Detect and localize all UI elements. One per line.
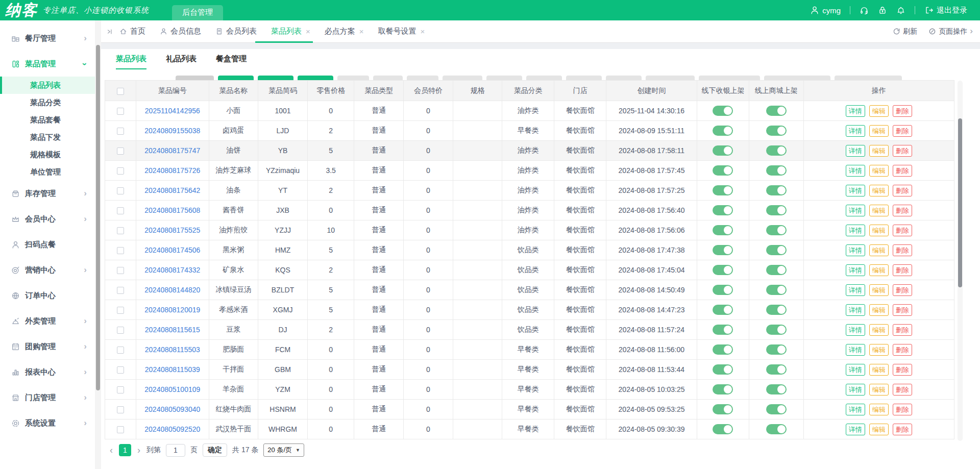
delete-button[interactable]: 删除	[893, 185, 912, 196]
subtab[interactable]: 礼品列表	[166, 54, 197, 69]
row-checkbox[interactable]	[117, 207, 124, 214]
dish-code-link[interactable]: 20240808174332	[144, 266, 200, 274]
scrollbar-thumb[interactable]	[958, 118, 962, 287]
delete-button[interactable]: 删除	[893, 384, 912, 396]
row-checkbox[interactable]	[117, 227, 124, 234]
row-checkbox[interactable]	[117, 307, 124, 314]
row-checkbox[interactable]	[117, 327, 124, 334]
delete-button[interactable]: 删除	[893, 424, 912, 435]
dish-code-link[interactable]: 20240808175747	[144, 146, 200, 155]
row-checkbox[interactable]	[117, 267, 124, 274]
offline-pos-toggle[interactable]	[713, 185, 733, 195]
clipped-toolbar-element[interactable]	[606, 76, 642, 80]
row-checkbox[interactable]	[117, 366, 124, 374]
edit-button[interactable]: 编辑	[869, 424, 889, 435]
sidebar-group[interactable]: 扫码点餐	[0, 232, 95, 257]
offline-pos-toggle[interactable]	[713, 145, 733, 156]
tab-item[interactable]: 会员列表	[215, 27, 257, 36]
clipped-toolbar-element[interactable]	[298, 76, 333, 80]
online-mall-toggle[interactable]	[766, 185, 787, 195]
tab-item[interactable]: 取餐号设置×	[378, 27, 425, 36]
online-mall-toggle[interactable]	[766, 126, 787, 136]
sidebar-group[interactable]: 餐厅管理›	[0, 26, 95, 51]
delete-button[interactable]: 删除	[893, 105, 912, 117]
clipped-toolbar-element[interactable]	[258, 76, 293, 80]
delete-button[interactable]: 删除	[893, 304, 912, 316]
table-scrollbar[interactable]	[958, 81, 963, 441]
clipped-toolbar-element[interactable]	[373, 76, 403, 80]
sidebar-group[interactable]: 菜品管理›	[0, 51, 95, 77]
detail-button[interactable]: 详情	[846, 284, 865, 296]
offline-pos-toggle[interactable]	[713, 364, 733, 375]
online-mall-toggle[interactable]	[766, 245, 787, 255]
delete-button[interactable]: 删除	[893, 145, 912, 157]
dish-code-link[interactable]: 20240808115039	[145, 365, 200, 374]
dish-code-link[interactable]: 20240808120019	[144, 306, 200, 314]
offline-pos-toggle[interactable]	[713, 344, 733, 355]
page-ops-button[interactable]: 页面操作 ›	[928, 27, 973, 36]
detail-button[interactable]: 详情	[846, 225, 865, 236]
detail-button[interactable]: 详情	[846, 105, 865, 117]
subtab[interactable]: 菜品列表	[116, 54, 146, 69]
sidebar-group[interactable]: 团购管理›	[0, 334, 95, 359]
clipped-toolbar-element[interactable]	[486, 76, 522, 80]
sidebar-group[interactable]: 订单中心	[0, 283, 95, 308]
row-checkbox[interactable]	[117, 147, 124, 155]
dish-code-link[interactable]: 20240808175726	[144, 166, 200, 175]
detail-button[interactable]: 详情	[846, 205, 865, 216]
detail-button[interactable]: 详情	[846, 424, 865, 435]
row-checkbox[interactable]	[117, 386, 124, 393]
detail-button[interactable]: 详情	[846, 125, 865, 137]
tab-item[interactable]: 首页	[119, 27, 145, 36]
clipped-toolbar-element[interactable]	[218, 76, 254, 80]
offline-pos-toggle[interactable]	[713, 384, 733, 394]
row-checkbox[interactable]	[117, 108, 124, 115]
row-checkbox[interactable]	[117, 406, 124, 413]
clipped-toolbar-element[interactable]	[764, 76, 830, 80]
dish-code-link[interactable]: 20240805100109	[144, 385, 200, 393]
online-mall-toggle[interactable]	[766, 205, 787, 215]
subtab[interactable]: 餐盒管理	[216, 54, 247, 69]
offline-pos-toggle[interactable]	[713, 225, 733, 235]
offline-pos-toggle[interactable]	[713, 245, 733, 255]
edit-button[interactable]: 编辑	[869, 384, 889, 396]
tab-active[interactable]: 菜品列表×	[271, 27, 310, 36]
offline-pos-toggle[interactable]	[713, 205, 733, 215]
dish-code-link[interactable]: 20240808175642	[144, 186, 200, 194]
detail-button[interactable]: 详情	[846, 244, 865, 256]
sidebar-subitem[interactable]: 菜品套餐	[0, 111, 95, 129]
online-mall-toggle[interactable]	[766, 325, 787, 335]
delete-button[interactable]: 删除	[893, 404, 912, 415]
dish-code-link[interactable]: 20240805093040	[144, 405, 200, 413]
clipped-toolbar-element[interactable]	[176, 76, 214, 80]
online-mall-toggle[interactable]	[766, 106, 787, 116]
row-checkbox[interactable]	[117, 426, 124, 433]
detail-button[interactable]: 详情	[846, 404, 865, 415]
select-all-checkbox[interactable]	[117, 88, 124, 95]
online-mall-toggle[interactable]	[766, 225, 787, 235]
edit-button[interactable]: 编辑	[869, 105, 889, 117]
delete-button[interactable]: 删除	[893, 344, 912, 356]
offline-pos-toggle[interactable]	[713, 424, 733, 434]
dish-code-link[interactable]: 20240808115503	[145, 345, 200, 354]
sidebar-subitem[interactable]: 菜品列表	[0, 77, 95, 94]
delete-button[interactable]: 删除	[893, 205, 912, 216]
detail-button[interactable]: 详情	[846, 304, 865, 316]
row-checkbox[interactable]	[117, 128, 124, 135]
bell-icon[interactable]	[896, 6, 905, 15]
refresh-button[interactable]: 刷新	[893, 27, 917, 36]
sidebar-subitem[interactable]: 规格模板	[0, 146, 95, 163]
offline-pos-toggle[interactable]	[713, 265, 733, 275]
detail-button[interactable]: 详情	[846, 384, 865, 396]
edit-button[interactable]: 编辑	[869, 284, 889, 296]
delete-button[interactable]: 删除	[893, 284, 912, 296]
edit-button[interactable]: 编辑	[869, 364, 889, 376]
clipped-toolbar-element[interactable]	[443, 76, 482, 80]
sidebar-subitem[interactable]: 菜品下发	[0, 129, 95, 146]
detail-button[interactable]: 详情	[846, 264, 865, 276]
scrollbar-thumb[interactable]	[96, 45, 100, 390]
user-menu[interactable]: cymg	[810, 6, 841, 15]
dish-code-link[interactable]: 20240808115615	[145, 326, 200, 334]
edit-button[interactable]: 编辑	[869, 304, 889, 316]
online-mall-toggle[interactable]	[766, 364, 787, 375]
